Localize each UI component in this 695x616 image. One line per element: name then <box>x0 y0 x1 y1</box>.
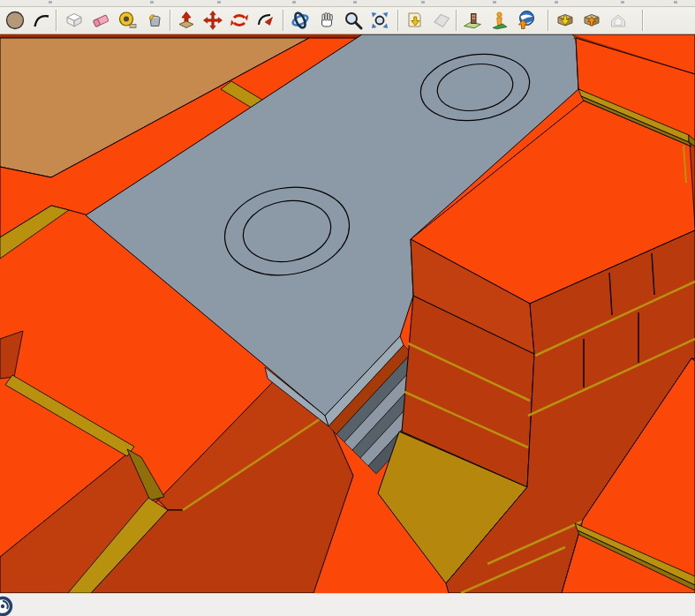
toolbar-separator <box>170 10 170 31</box>
google-earth-tool[interactable] <box>513 9 538 32</box>
google-earth-tool-icon <box>515 10 536 31</box>
3d-viewport[interactable] <box>0 34 695 593</box>
share-model-tool[interactable] <box>579 9 604 32</box>
status-bar <box>0 593 695 616</box>
toggle-terrain-tool[interactable] <box>429 9 454 32</box>
place-model-tool[interactable] <box>460 9 485 32</box>
share-component-tool-icon <box>608 10 629 31</box>
rectangle-3d-tool[interactable] <box>62 9 87 32</box>
eraser-tool[interactable] <box>88 9 113 32</box>
arc-tool[interactable] <box>29 9 54 32</box>
paint-bucket-tool[interactable] <box>141 9 166 32</box>
circle-tool-icon <box>4 10 26 31</box>
toolbar-separator <box>56 10 57 31</box>
push-pull-tool-icon <box>176 10 197 31</box>
move-tool[interactable] <box>200 9 225 32</box>
place-model-tool-icon <box>462 10 483 31</box>
top-toolbar-partial <box>0 0 695 7</box>
toolbar-separator <box>456 10 457 31</box>
pan-tool[interactable] <box>314 9 339 32</box>
pan-tool-icon <box>316 10 337 31</box>
viewport-3d-scene[interactable] <box>0 34 695 593</box>
get-models-tool-icon <box>555 10 576 31</box>
move-tool-icon <box>202 10 223 31</box>
add-building-tool-icon <box>488 10 510 31</box>
zoom-tool[interactable] <box>341 9 366 32</box>
circle-tool[interactable] <box>3 9 27 32</box>
tape-measure-tool-icon <box>117 10 138 31</box>
zoom-extents-tool-icon <box>369 10 390 31</box>
toolbar-separator <box>642 10 643 31</box>
top-edge-band <box>0 34 364 38</box>
share-component-tool[interactable] <box>606 9 631 32</box>
add-building-tool[interactable] <box>487 9 511 32</box>
toolbar-separator <box>397 10 398 31</box>
get-models-tool[interactable] <box>553 9 578 32</box>
share-model-tool-icon <box>581 10 602 31</box>
arc-tool-icon <box>31 10 52 31</box>
zoom-tool-icon <box>343 10 364 31</box>
paint-bucket-tool-icon <box>143 10 164 31</box>
rectangle-3d-tool-icon <box>64 10 85 31</box>
toolbar-separator <box>283 10 283 31</box>
orbit-tool-icon <box>290 10 311 31</box>
get-current-view-tool-icon <box>404 10 426 31</box>
orbit-tool[interactable] <box>288 9 313 32</box>
zoom-extents-tool[interactable] <box>367 9 392 32</box>
follow-me-tool[interactable] <box>253 9 278 32</box>
rotate-tool-icon <box>229 10 250 31</box>
follow-me-tool-icon <box>255 10 276 31</box>
toggle-terrain-tool-icon <box>431 10 452 31</box>
help-ring-icon[interactable] <box>0 596 16 616</box>
toolbar-separator <box>548 10 548 31</box>
tape-measure-tool[interactable] <box>115 9 140 32</box>
eraser-tool-icon <box>90 10 111 31</box>
get-current-view-tool[interactable] <box>403 9 427 32</box>
main-toolbar <box>0 7 695 34</box>
push-pull-tool[interactable] <box>174 9 199 32</box>
rotate-tool[interactable] <box>227 9 252 32</box>
